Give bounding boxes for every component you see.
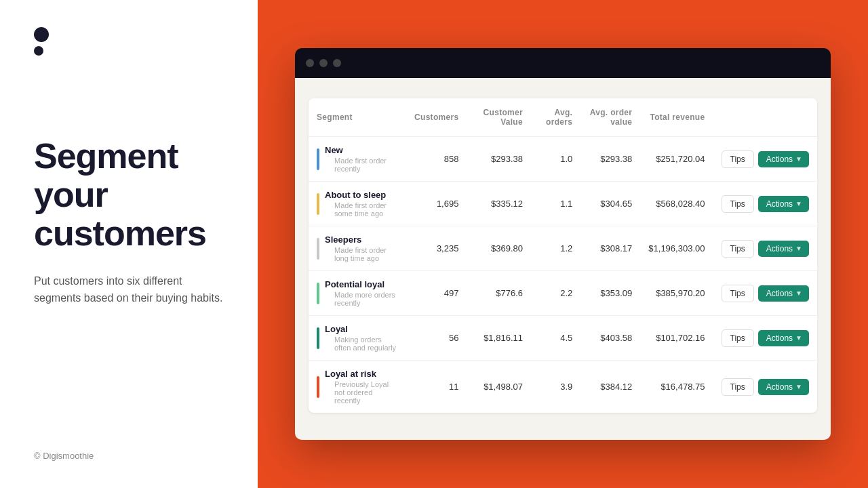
avg-orders-cell-4: 4.5 (531, 316, 580, 361)
actions-button-4[interactable]: Actions ▼ (758, 330, 809, 346)
total-revenue-cell-3: $385,970.20 (640, 271, 713, 316)
tips-button-4[interactable]: Tips (722, 329, 754, 347)
page-subtext: Put customers into six different segment… (34, 272, 224, 307)
actions-arrow-4: ▼ (795, 334, 802, 342)
right-panel: Segment Customers Customer Value Avg. or… (258, 0, 868, 488)
segment-name-cell-0: New Made first order recently (309, 137, 406, 182)
table-row: New Made first order recently 858 $293.3… (309, 137, 817, 182)
avg-orders-cell-0: 1.0 (531, 137, 580, 182)
segment-color-indicator-4 (317, 327, 319, 349)
table-row: Sleepers Made first order long time ago … (309, 226, 817, 271)
avg-orders-cell-2: 1.2 (531, 226, 580, 271)
segments-table-container: Segment Customers Customer Value Avg. or… (309, 98, 817, 413)
segment-name-cell-3: Potential loyal Made more orders recentl… (309, 271, 406, 316)
segment-desc-0: Made first order recently (325, 157, 398, 173)
customers-cell-3: 497 (406, 271, 467, 316)
total-revenue-cell-0: $251,720.04 (640, 137, 713, 182)
actions-cell-3: Tips Actions ▼ (713, 271, 817, 316)
customer-value-cell-3: $776.6 (467, 271, 531, 316)
actions-button-2[interactable]: Actions ▼ (758, 241, 809, 257)
actions-arrow-3: ▼ (795, 289, 802, 297)
segment-name-1: About to sleep (325, 190, 398, 200)
avg-order-value-cell-0: $293.38 (580, 137, 640, 182)
avg-order-value-cell-4: $403.58 (580, 316, 640, 361)
total-revenue-cell-1: $568,028.40 (640, 182, 713, 226)
customers-cell-2: 3,235 (406, 226, 467, 271)
avg-order-value-cell-1: $304.65 (580, 182, 640, 226)
avg-orders-cell-3: 2.2 (531, 271, 580, 316)
segment-name-cell-5: Loyal at risk Previously Loyal not order… (309, 361, 406, 413)
segment-name-cell-1: About to sleep Made first order some tim… (309, 182, 406, 226)
actions-cell-4: Tips Actions ▼ (713, 316, 817, 361)
table-header: Segment Customers Customer Value Avg. or… (309, 98, 817, 137)
window-titlebar (295, 48, 831, 78)
segment-desc-3: Made more orders recently (325, 291, 398, 307)
segment-name-5: Loyal at risk (325, 369, 398, 379)
actions-cell-0: Tips Actions ▼ (713, 137, 817, 182)
tips-button-3[interactable]: Tips (722, 285, 754, 302)
table-row: Loyal Making orders often and regularly … (309, 316, 817, 361)
table-row: About to sleep Made first order some tim… (309, 182, 817, 226)
col-avg-order-value: Avg. order value (580, 98, 640, 137)
total-revenue-cell-5: $16,478.75 (640, 361, 713, 413)
customer-value-cell-2: $369.80 (467, 226, 531, 271)
tips-button-2[interactable]: Tips (722, 240, 754, 258)
segment-desc-4: Making orders often and regularly (325, 336, 398, 352)
avg-orders-cell-1: 1.1 (531, 182, 580, 226)
customers-cell-5: 11 (406, 361, 467, 413)
segment-name-4: Loyal (325, 324, 398, 334)
actions-cell-5: Tips Actions ▼ (713, 361, 817, 413)
customers-cell-4: 56 (406, 316, 467, 361)
table-row: Potential loyal Made more orders recentl… (309, 271, 817, 316)
logo (34, 27, 224, 56)
app-window: Segment Customers Customer Value Avg. or… (295, 48, 831, 440)
segment-desc-1: Made first order some time ago (325, 201, 398, 218)
footer-text: © Digismoothie (34, 451, 224, 461)
total-revenue-cell-2: $1,196,303.00 (640, 226, 713, 271)
actions-button-0[interactable]: Actions ▼ (758, 151, 809, 167)
titlebar-dot-2 (319, 59, 328, 67)
col-avg-orders: Avg. orders (531, 98, 580, 137)
col-segment: Segment (309, 98, 406, 137)
segment-name-cell-4: Loyal Making orders often and regularly (309, 316, 406, 361)
left-panel: Segment your customers Put customers int… (0, 0, 258, 488)
logo-dot-large (34, 27, 49, 42)
segment-color-indicator-0 (317, 148, 319, 170)
actions-button-3[interactable]: Actions ▼ (758, 285, 809, 302)
titlebar-dot-3 (333, 59, 341, 67)
tips-button-0[interactable]: Tips (722, 150, 754, 168)
segment-desc-5: Previously Loyal not ordered recently (325, 380, 398, 405)
segment-name-3: Potential loyal (325, 279, 398, 289)
col-actions (713, 98, 817, 137)
titlebar-dot-1 (306, 59, 314, 67)
segment-color-indicator-2 (317, 238, 319, 260)
table-row: Loyal at risk Previously Loyal not order… (309, 361, 817, 413)
customer-value-cell-4: $1,816.11 (467, 316, 531, 361)
avg-order-value-cell-5: $384.12 (580, 361, 640, 413)
segments-table: Segment Customers Customer Value Avg. or… (309, 98, 817, 413)
tips-button-1[interactable]: Tips (722, 195, 754, 213)
customer-value-cell-5: $1,498.07 (467, 361, 531, 413)
customer-value-cell-1: $335.12 (467, 182, 531, 226)
actions-button-5[interactable]: Actions ▼ (758, 379, 809, 395)
segment-color-indicator-5 (317, 376, 319, 398)
col-total-revenue: Total revenue (640, 98, 713, 137)
avg-order-value-cell-2: $308.17 (580, 226, 640, 271)
avg-orders-cell-5: 3.9 (531, 361, 580, 413)
actions-arrow-0: ▼ (795, 155, 802, 163)
window-body: Segment Customers Customer Value Avg. or… (295, 78, 831, 440)
col-customers: Customers (406, 98, 467, 137)
segment-color-indicator-3 (317, 283, 319, 304)
table-body: New Made first order recently 858 $293.3… (309, 137, 817, 413)
actions-arrow-2: ▼ (795, 245, 802, 252)
segment-name-0: New (325, 145, 398, 155)
col-customer-value: Customer Value (467, 98, 531, 137)
actions-button-1[interactable]: Actions ▼ (758, 196, 809, 212)
total-revenue-cell-4: $101,702.16 (640, 316, 713, 361)
logo-dot-small (34, 46, 43, 56)
tips-button-5[interactable]: Tips (722, 378, 754, 396)
segment-color-indicator-1 (317, 193, 319, 215)
segment-name-cell-2: Sleepers Made first order long time ago (309, 226, 406, 271)
avg-order-value-cell-3: $353.09 (580, 271, 640, 316)
customers-cell-0: 858 (406, 137, 467, 182)
